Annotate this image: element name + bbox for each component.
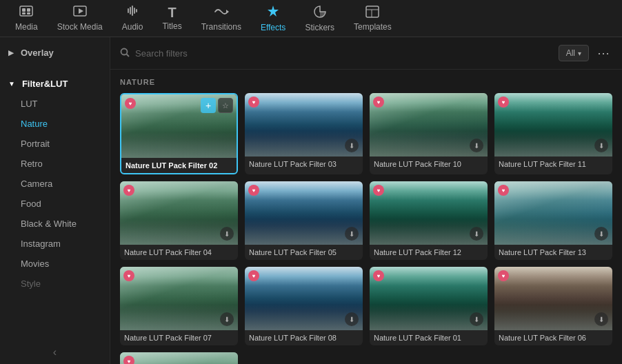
favorite-badge-4: ♥ <box>498 97 509 108</box>
card-img-partial: ♥ <box>120 352 238 364</box>
movies-label: Movies <box>21 259 49 269</box>
download-button-9[interactable]: ⬇ <box>220 312 234 326</box>
nav-transitions-label: Transitions <box>201 22 241 32</box>
filter-card-08[interactable]: ♥ ⬇ Nature LUT Pack Filter 08 <box>245 267 363 345</box>
overlay-label: Overlay <box>21 48 54 58</box>
nav-audio[interactable]: Audio <box>112 1 153 36</box>
download-button-3[interactable]: ⬇ <box>470 139 483 152</box>
svg-rect-9 <box>366 6 379 17</box>
filter-card-02[interactable]: ♥ ☆ + Nature LUT Pack Filter 02 <box>120 93 238 174</box>
filter-card-05[interactable]: ♥ ⬇ Nature LUT Pack Filter 05 <box>245 181 363 260</box>
download-button-7[interactable]: ⬇ <box>470 227 483 241</box>
card-img-05: ♥ ⬇ <box>245 181 363 245</box>
download-button-11[interactable]: ⬇ <box>470 312 483 326</box>
sidebar-collapse-button[interactable]: ‹ <box>0 341 110 364</box>
sidebar-item-style[interactable]: Style <box>0 274 110 294</box>
card-img-11: ♥ ⬇ <box>494 93 612 156</box>
filter-card-12[interactable]: ♥ ⬇ Nature LUT Pack Filter 12 <box>370 181 488 260</box>
nav-stickers-label: Stickers <box>305 23 334 32</box>
nav-stock-media[interactable]: Stock Media <box>48 1 112 36</box>
filter-card-partial[interactable]: ♥ <box>120 352 238 364</box>
download-button-8[interactable]: ⬇ <box>594 227 608 241</box>
svg-rect-3 <box>22 12 26 14</box>
download-button-2[interactable]: ⬇ <box>345 139 359 152</box>
download-button-6[interactable]: ⬇ <box>345 227 359 241</box>
filter-card-06[interactable]: ♥ ⬇ Nature LUT Pack Filter 06 <box>494 267 612 345</box>
filter-card-01[interactable]: ♥ ⬇ Nature LUT Pack Filter 01 <box>370 267 488 345</box>
templates-icon <box>365 6 379 20</box>
favorite-badge-5: ♥ <box>123 185 134 196</box>
favorite-badge-11: ♥ <box>373 270 384 281</box>
sidebar-item-lut[interactable]: LUT <box>0 94 110 114</box>
sidebar-item-instagram[interactable]: Instagram <box>0 234 110 254</box>
favorite-badge-2: ♥ <box>248 97 259 108</box>
sidebar-section-overlay: ▶ Overlay <box>0 37 110 68</box>
nav-media[interactable]: Media <box>6 1 48 36</box>
audio-icon <box>126 6 139 20</box>
svg-marker-7 <box>226 10 229 14</box>
favorite-badge-12: ♥ <box>498 270 509 281</box>
sidebar-item-filter-lut[interactable]: ▼ Filter&LUT <box>0 74 110 94</box>
card-label-02: Nature LUT Pack Filter 02 <box>121 158 237 173</box>
sidebar-item-food[interactable]: Food <box>0 194 110 214</box>
sidebar-item-overlay[interactable]: ▶ Overlay <box>0 43 110 63</box>
card-img-03: ♥ ⬇ <box>245 93 363 156</box>
svg-marker-6 <box>79 8 83 14</box>
sidebar-item-camera[interactable]: Camera <box>0 174 110 194</box>
sidebar-item-retro[interactable]: Retro <box>0 154 110 174</box>
section-label: NATURE <box>120 78 612 86</box>
card-label-01: Nature LUT Pack Filter 01 <box>370 330 488 345</box>
nav-stickers[interactable]: Stickers <box>295 1 344 37</box>
filter-card-11[interactable]: ♥ ⬇ Nature LUT Pack Filter 11 <box>494 93 612 174</box>
download-button-4[interactable]: ⬇ <box>594 139 608 152</box>
svg-marker-8 <box>268 6 279 17</box>
transitions-icon <box>214 6 229 20</box>
filter-card-07[interactable]: ♥ ⬇ Nature LUT Pack Filter 07 <box>120 267 238 345</box>
arrow-right-icon: ▶ <box>8 49 14 57</box>
star-button[interactable]: ☆ <box>218 98 233 113</box>
filter-card-13[interactable]: ♥ ⬇ Nature LUT Pack Filter 13 <box>494 181 612 260</box>
nav-effects[interactable]: Effects <box>251 1 295 37</box>
filter-card-03[interactable]: ♥ ⬇ Nature LUT Pack Filter 03 <box>245 93 363 174</box>
camera-label: Camera <box>21 179 52 189</box>
card-label-04: Nature LUT Pack Filter 04 <box>120 245 238 260</box>
card-img-06: ♥ ⬇ <box>494 267 612 330</box>
nav-effects-label: Effects <box>261 23 285 32</box>
search-input[interactable] <box>135 48 553 59</box>
add-button[interactable]: + <box>201 98 216 113</box>
download-button-12[interactable]: ⬇ <box>594 312 608 326</box>
collapse-icon: ‹ <box>53 346 57 358</box>
sidebar-item-black-white[interactable]: Black & White <box>0 214 110 234</box>
nav-transitions[interactable]: Transitions <box>192 1 251 36</box>
search-bar: All ▾ ⋯ <box>110 37 622 70</box>
svg-rect-0 <box>20 6 32 16</box>
svg-rect-2 <box>27 8 30 12</box>
sidebar-item-nature[interactable]: Nature <box>0 114 110 134</box>
download-button-5[interactable]: ⬇ <box>220 227 234 241</box>
card-label-11: Nature LUT Pack Filter 11 <box>494 156 612 172</box>
card-img-08: ♥ ⬇ <box>245 267 363 330</box>
sidebar-item-portrait[interactable]: Portrait <box>0 134 110 154</box>
card-label-03: Nature LUT Pack Filter 03 <box>245 156 363 172</box>
card-img-13: ♥ ⬇ <box>494 181 612 245</box>
card-img-04: ♥ ⬇ <box>120 181 238 245</box>
arrow-down-icon: ▼ <box>8 80 15 88</box>
card-img-07: ♥ ⬇ <box>120 267 238 330</box>
favorite-badge: ♥ <box>125 98 136 109</box>
retro-label: Retro <box>21 159 43 169</box>
filter-card-10[interactable]: ♥ ⬇ Nature LUT Pack Filter 10 <box>370 93 488 174</box>
forest-img-13 <box>120 352 238 364</box>
nav-titles[interactable]: T Titles <box>152 1 191 35</box>
download-button-10[interactable]: ⬇ <box>345 312 359 326</box>
svg-rect-4 <box>27 12 30 14</box>
card-label-10: Nature LUT Pack Filter 10 <box>370 156 488 172</box>
style-label: Style <box>21 279 41 289</box>
nav-templates[interactable]: Templates <box>344 1 401 36</box>
sidebar-item-movies[interactable]: Movies <box>0 254 110 274</box>
filter-card-04[interactable]: ♥ ⬇ Nature LUT Pack Filter 04 <box>120 181 238 260</box>
food-label: Food <box>21 199 41 209</box>
card-img-12: ♥ ⬇ <box>370 181 488 245</box>
favorite-badge-3: ♥ <box>373 97 384 108</box>
more-options-button[interactable]: ⋯ <box>594 44 612 62</box>
all-filter-button[interactable]: All ▾ <box>559 45 589 61</box>
